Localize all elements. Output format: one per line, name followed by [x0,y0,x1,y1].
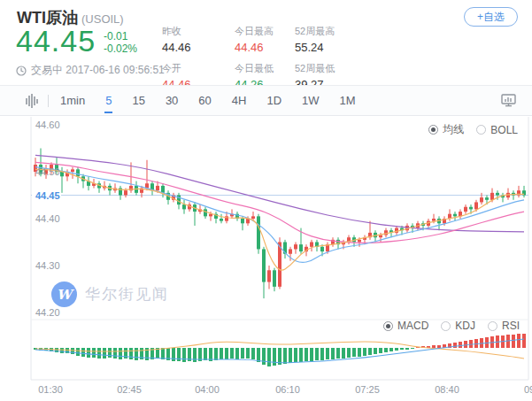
ma-boll-switch: 均线BOLL [428,122,518,137]
period-button-5[interactable]: 5 [104,88,112,113]
macd-bar [379,348,382,353]
macd-bar [294,348,297,362]
y-axis-label: 44.50 [35,166,60,177]
candle-body [485,197,489,200]
y-axis-label: 44.60 [35,120,60,130]
macd-bar [517,334,520,348]
macd-bar [400,348,404,350]
radio-macd[interactable]: MACD [383,320,428,332]
period-button-1D[interactable]: 1D [266,88,282,113]
period-button-15[interactable]: 15 [131,88,145,113]
radio-label: KDJ [455,320,475,332]
macd-bar [358,348,361,357]
x-axis-label: 06:10 [275,384,300,395]
chart-area: 44.6044.5044.4044.3044.2044.4501:3002:45… [0,117,532,401]
macd-bar [432,345,436,348]
stat-cell: 52周最高55.24 [295,25,380,54]
macd-bar [459,342,462,348]
candle-body [289,249,292,253]
candle-body [432,219,436,221]
macd-bar [76,348,80,356]
period-button-1min[interactable]: 1min [59,88,86,113]
macd-bar [395,348,398,351]
candle-body [490,193,494,200]
fullscreen-chart-icon[interactable] [501,94,516,107]
stat-label: 今日最高 [235,25,295,38]
macd-bar [108,348,112,358]
watermark-text: 华尔街见闻 [85,284,169,305]
candle-body [220,219,223,221]
stat-cell: 昨收44.46 [162,25,235,54]
x-axis-label: 01:30 [38,384,63,395]
candle-body [379,235,382,238]
current-price-label: 44.45 [35,190,60,201]
macd-bar [135,348,138,360]
period-button-1W[interactable]: 1W [301,88,320,113]
radio-icon [441,321,451,331]
macd-bar [453,343,457,348]
period-button-30[interactable]: 30 [165,88,179,113]
quote-stats-grid: 昨收44.46今日最高44.4652周最高55.24今开44.46今日最低44.… [162,25,380,91]
macd-bar [299,348,303,362]
macd-bar [342,348,345,359]
candle-body [177,196,181,205]
candle-body [267,270,271,281]
period-button-60[interactable]: 60 [197,88,212,113]
stat-label: 昨收 [162,25,235,38]
radio-icon [476,125,486,135]
watermark: W 华尔街见闻 [51,281,169,307]
trading-status-text: 交易中 2017-06-16 09:56:51 [31,63,165,78]
macd-bar [220,348,223,359]
candle-body [358,240,361,243]
stat-label: 今开 [162,62,235,75]
radio-icon [488,321,497,331]
trading-app: WTI原油(USOIL) +自选 44.45 -0.01 -0.02% 交易中 … [0,0,532,401]
macd-bar [411,348,414,349]
price-chart[interactable]: 44.6044.5044.4044.3044.2044.4501:3002:45… [0,117,532,401]
stat-cell: 今日最高44.46 [235,25,295,54]
x-axis-label: 04:00 [195,384,220,395]
period-button-1M[interactable]: 1M [339,88,357,113]
candle-body [384,230,388,235]
candlestick-chart-type-icon[interactable] [25,93,39,109]
period-button-4H[interactable]: 4H [231,88,248,113]
candle-body [60,172,64,176]
radio-boll[interactable]: BOLL [476,124,518,136]
macd-bar [113,348,117,359]
macd-bar [326,348,329,359]
macd-bar [193,348,197,362]
macd-bar [182,348,186,362]
x-axis-label: 07:25 [355,384,380,395]
macd-bar [437,345,441,348]
wallstreetcn-logo-icon: W [51,281,77,307]
candle-body [182,204,186,209]
macd-bar [336,348,340,359]
macd-bar [331,348,335,359]
candle-body [453,214,457,217]
candle-body [161,186,165,193]
radio-rsi[interactable]: RSI [488,320,520,332]
macd-bar [283,348,287,364]
macd-bar [305,348,308,361]
macd-bar [363,348,366,356]
macd-bar [230,348,234,359]
macd-bar [129,348,133,359]
macd-bar [251,348,255,359]
add-watchlist-button[interactable]: +自选 [464,7,518,27]
macd-bar [81,348,85,357]
macd-bar [464,341,467,348]
macd-bar [389,348,393,351]
macd-bar [204,348,207,360]
radio-label: 均线 [443,122,464,137]
radio-kdj[interactable]: KDJ [441,320,475,332]
candle-body [241,219,244,223]
macd-bar [289,348,292,363]
macd-bar [405,348,409,350]
macd-bar [87,348,90,358]
macd-bar [97,348,101,359]
radio-均线[interactable]: 均线 [428,122,464,137]
macd-bar [119,348,122,359]
candle-body [124,190,127,195]
candle-body [474,202,478,209]
candle-body [251,216,255,219]
